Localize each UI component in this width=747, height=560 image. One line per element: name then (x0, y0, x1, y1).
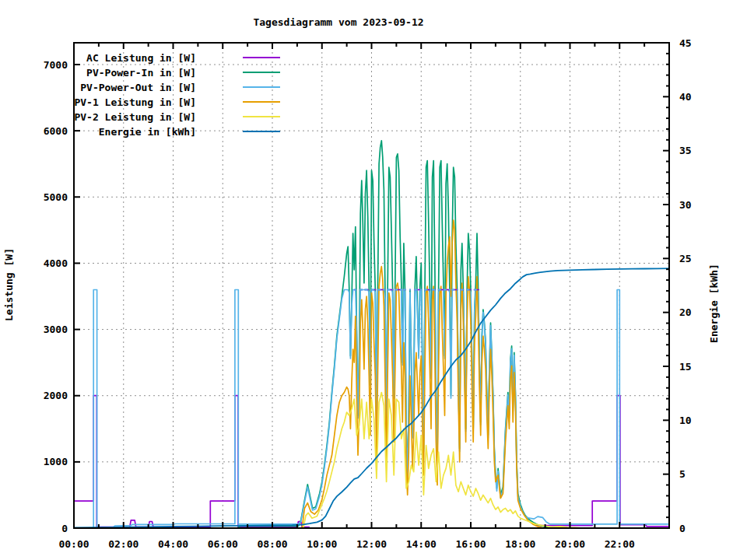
y-right-tick-label: 25 (679, 253, 692, 264)
y-left-tick-label: 4000 (44, 257, 68, 269)
x-tick-label: 20:00 (555, 538, 585, 550)
x-tick-label: 06:00 (208, 538, 238, 550)
y-right-tick-label: 35 (679, 145, 692, 156)
x-tick-label: 14:00 (406, 538, 437, 550)
y-right-tick-label: 40 (679, 91, 692, 103)
x-tick-label: 10:00 (307, 538, 337, 550)
legend-label-pv-2-leistung: PV-2 Leistung in [W] (74, 111, 196, 123)
legend-label-ac-leistung: AC Leistung in [W] (86, 52, 196, 64)
legend-label-pv-1-leistung: PV-1 Leistung in [W] (74, 96, 196, 108)
x-tick-label: 22:00 (605, 538, 635, 550)
x-tick-label: 04:00 (158, 538, 188, 550)
y-right-tick-label: 15 (679, 361, 692, 373)
y-right-tick-label: 0 (679, 523, 686, 534)
y-left-tick-label: 1000 (44, 456, 68, 467)
y-left-tick-label: 2000 (44, 390, 68, 401)
y-left-tick-label: 5000 (44, 191, 68, 203)
y-right-tick-label: 10 (679, 415, 692, 426)
x-tick-label: 00:00 (58, 538, 89, 550)
tagesdiagramm-chart: 0100020003000400050006000700005101520253… (0, 0, 747, 560)
y-left-tick-label: 6000 (44, 125, 68, 137)
y-right-tick-label: 30 (679, 199, 692, 211)
chart-title: Tagesdiagramm vom 2023-09-12 (0, 16, 677, 28)
legend-label-pv-power-in: PV-Power-In in [W] (86, 67, 196, 79)
x-tick-label: 16:00 (455, 538, 486, 550)
tagesdiagramm-page: 0100020003000400050006000700005101520253… (0, 0, 747, 560)
x-tick-label: 08:00 (257, 538, 287, 550)
x-tick-label: 02:00 (108, 538, 139, 550)
legend-label-pv-power-out: PV-Power-Out in [W] (80, 82, 196, 93)
x-tick-label: 18:00 (505, 538, 535, 550)
y-right-tick-label: 20 (679, 306, 692, 318)
y-left-axis-title: Leistung [W] (3, 248, 15, 321)
y-left-tick-label: 7000 (44, 59, 68, 71)
y-left-tick-label: 3000 (44, 324, 68, 335)
x-tick-label: 12:00 (356, 538, 387, 550)
y-right-tick-label: 5 (679, 468, 686, 480)
legend-label-energie: Energie in [kWh] (99, 126, 196, 138)
y-right-tick-label: 45 (679, 37, 692, 49)
y-left-tick-label: 0 (61, 523, 68, 534)
y-right-axis-title: Energie [kWh] (708, 264, 720, 343)
